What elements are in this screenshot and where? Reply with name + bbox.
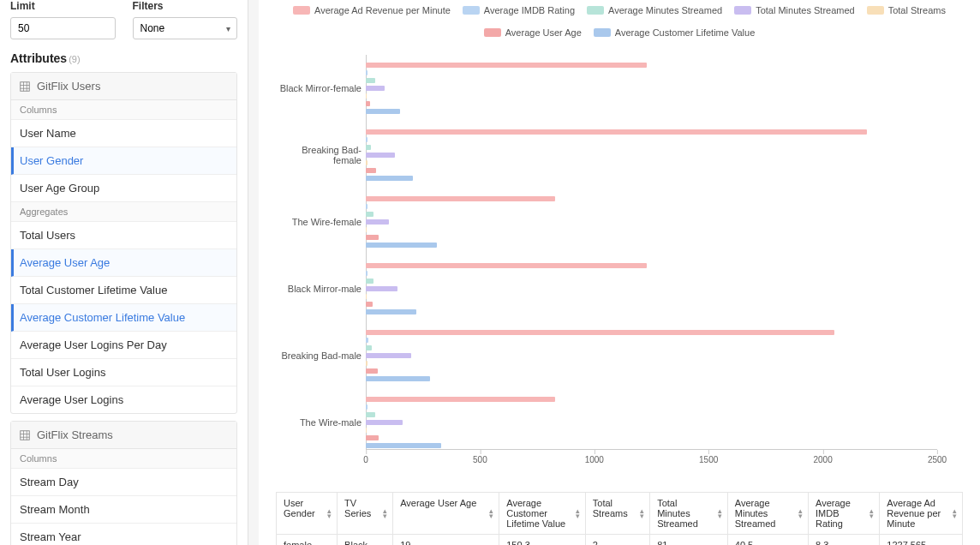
table-cell: 1227.565 [880, 535, 963, 546]
table-icon [20, 81, 30, 92]
bar[interactable] [366, 271, 368, 276]
attribute-item[interactable]: Total Users [11, 222, 236, 249]
sort-icon: ▴▾ [576, 508, 580, 519]
chart-legend: Average Ad Revenue per MinuteAverage IMD… [276, 0, 963, 46]
bar[interactable] [366, 353, 411, 358]
attribute-item[interactable]: Average Customer Lifetime Value [11, 304, 236, 332]
bar[interactable] [366, 86, 385, 91]
bar[interactable] [366, 227, 367, 232]
bar[interactable] [366, 145, 371, 150]
table-cell: 8.3 [809, 535, 880, 546]
table-row[interactable]: femaleBlack Mirror19150.328140.58.31227.… [277, 535, 963, 546]
bar[interactable] [366, 345, 372, 350]
attributes-count: (9) [69, 54, 80, 64]
table-header[interactable]: Average Minutes Streamed▴▾ [727, 493, 808, 535]
sort-icon: ▴▾ [953, 508, 957, 519]
bar[interactable] [366, 212, 373, 217]
bar[interactable] [366, 137, 368, 142]
bar[interactable] [366, 412, 375, 417]
table-header[interactable]: TV Series▴▾ [338, 493, 393, 535]
bar[interactable] [366, 294, 367, 299]
bar[interactable] [366, 93, 367, 99]
attributes-heading: Attributes [10, 51, 67, 65]
attribute-block-title[interactable]: GitFlix Streams [11, 422, 236, 449]
bar[interactable] [366, 338, 368, 343]
filters-select[interactable] [133, 17, 238, 39]
sort-icon: ▴▾ [798, 508, 803, 519]
table-header[interactable]: Average Customer Lifetime Value▴▾ [499, 493, 586, 535]
legend-item[interactable]: Total Minutes Streamed [734, 5, 855, 15]
table-cell: 19 [393, 535, 499, 546]
x-tick: 0 [363, 450, 368, 464]
limit-input[interactable] [10, 17, 116, 39]
table-header[interactable]: Total Minutes Streamed▴▾ [650, 493, 728, 535]
table-header[interactable]: Total Streams▴▾ [585, 493, 649, 535]
attribute-item[interactable]: Stream Year [11, 524, 236, 545]
x-tick: 1500 [699, 450, 718, 464]
bar[interactable] [366, 435, 379, 440]
legend-item[interactable]: Average Ad Revenue per Minute [293, 5, 451, 15]
bar[interactable] [366, 404, 368, 410]
bar[interactable] [366, 129, 867, 135]
sort-icon: ▴▾ [489, 508, 493, 519]
bar[interactable] [366, 101, 370, 106]
legend-swatch [587, 6, 604, 15]
attribute-item[interactable]: Average User Logins [11, 386, 236, 413]
bar[interactable] [366, 263, 647, 268]
x-tick: 500 [473, 450, 487, 464]
attribute-block-title[interactable]: GitFlix Users [11, 73, 236, 100]
bar[interactable] [366, 397, 555, 402]
bar[interactable] [366, 63, 647, 68]
table-cell: female [277, 535, 338, 546]
main-panel: Average Ad Revenue per MinuteAverage IMD… [259, 0, 980, 545]
attribute-item[interactable]: Average User Age [11, 249, 236, 277]
attribute-item[interactable]: User Gender [11, 147, 236, 175]
bar[interactable] [366, 376, 430, 381]
legend-item[interactable]: Average Minutes Streamed [587, 5, 722, 15]
attribute-item[interactable]: Stream Month [11, 496, 236, 524]
bar[interactable] [366, 420, 403, 425]
table-header[interactable]: Average User Age▴▾ [393, 493, 499, 535]
bar[interactable] [366, 278, 373, 284]
bar[interactable] [366, 109, 400, 114]
bar[interactable] [366, 309, 416, 314]
bar[interactable] [366, 219, 389, 225]
attribute-item[interactable]: User Name [11, 120, 236, 147]
bar[interactable] [366, 204, 368, 209]
bar[interactable] [366, 368, 378, 374]
bar[interactable] [366, 70, 368, 75]
bar[interactable] [366, 160, 368, 165]
bar[interactable] [366, 196, 555, 201]
bar[interactable] [366, 443, 441, 448]
bar[interactable] [366, 361, 368, 366]
table-header[interactable]: Average Ad Revenue per Minute▴▾ [880, 493, 963, 535]
table-header[interactable]: Average IMDB Rating▴▾ [809, 493, 880, 535]
attribute-item[interactable]: Stream Day [11, 469, 236, 496]
attribute-item[interactable]: Total User Logins [11, 359, 236, 386]
bar[interactable] [366, 302, 373, 307]
table-cell: 81 [650, 535, 728, 546]
attribute-item[interactable]: Total Customer Lifetime Value [11, 277, 236, 304]
attribute-item[interactable]: Average User Logins Per Day [11, 332, 236, 359]
legend-swatch [594, 28, 611, 37]
legend-item[interactable]: Total Streams [867, 5, 946, 15]
category-label: Breaking Bad-female [276, 145, 362, 165]
bar[interactable] [366, 330, 834, 335]
legend-item[interactable]: Average User Age [484, 27, 582, 38]
bar[interactable] [366, 78, 375, 83]
bar[interactable] [366, 428, 367, 433]
svg-rect-0 [21, 81, 30, 91]
table-header[interactable]: User Gender▴▾ [277, 493, 338, 535]
bar[interactable] [366, 243, 437, 248]
legend-label: Total Minutes Streamed [756, 5, 855, 15]
attribute-group-label: Columns [11, 100, 236, 120]
bar[interactable] [366, 153, 395, 158]
bar[interactable] [366, 168, 376, 173]
attribute-item[interactable]: User Age Group [11, 175, 236, 202]
legend-item[interactable]: Average Customer Lifetime Value [594, 27, 755, 38]
bar[interactable] [366, 176, 413, 181]
sort-icon: ▴▾ [869, 508, 874, 519]
bar[interactable] [366, 235, 379, 240]
legend-item[interactable]: Average IMDB Rating [463, 5, 575, 15]
bar[interactable] [366, 286, 397, 291]
